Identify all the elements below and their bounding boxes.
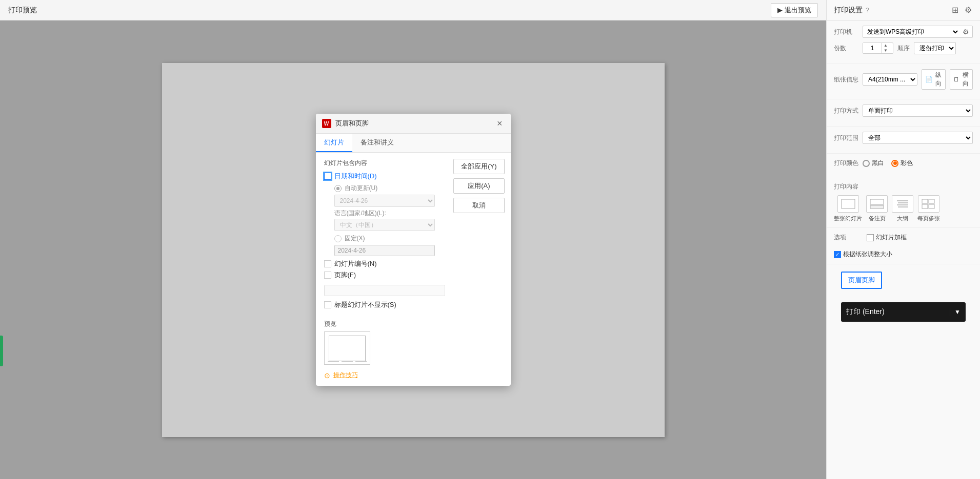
grid-view-icon[interactable]: ⊞ <box>951 4 959 16</box>
copies-up-arrow[interactable]: ▲ <box>882 43 889 48</box>
help-icon[interactable]: ? <box>866 7 869 14</box>
dialog-preview-section: 预览 <box>316 318 511 369</box>
slide-number-label: 幻灯片编号(N) <box>334 259 377 268</box>
printer-section: 打印机 发送到WPS高级打印 ⚙ 份数 ▲ ▼ 顺序 逐份打印 <box>827 20 980 64</box>
paper-select[interactable]: A4(210mm ... <box>863 73 917 86</box>
print-method-select[interactable]: 单面打印 <box>863 105 973 117</box>
paper-label: 纸张信息 <box>834 75 858 84</box>
date-select[interactable]: 2024-4-26 <box>334 195 435 207</box>
print-button-section: 打印 (Enter) ▼ <box>827 296 980 330</box>
options-label: 选项 <box>834 233 858 242</box>
dialog-title-bar: W 页眉和页脚 × <box>316 114 511 134</box>
bw-option[interactable]: 黑白 <box>863 159 884 168</box>
tab-notes[interactable]: 备注和讲义 <box>352 134 402 152</box>
settings-icon[interactable]: ⚙ <box>964 4 973 16</box>
preview-label: 预览 <box>324 320 370 328</box>
full-slide-item[interactable]: 整张幻灯片 <box>834 195 862 222</box>
copies-down-arrow[interactable]: ▼ <box>882 48 889 53</box>
footer-checkbox[interactable] <box>324 272 331 279</box>
apply-button[interactable]: 应用(A) <box>453 178 504 194</box>
auto-update-row: 自动更新(U) <box>334 184 446 193</box>
print-range-section: 打印范围 全部 <box>827 127 980 154</box>
preview-line-right <box>355 361 367 362</box>
tab-slide[interactable]: 幻灯片 <box>316 134 352 152</box>
portrait-icon: 📄 <box>925 76 933 83</box>
adjust-size-checkbox[interactable]: ✓ <box>834 251 841 258</box>
portrait-button[interactable]: 📄 纵向 <box>922 69 946 90</box>
printer-gear-icon[interactable]: ⚙ <box>959 26 972 37</box>
fixed-radio[interactable] <box>334 235 342 242</box>
printer-select[interactable]: 发送到WPS高级打印 <box>863 26 959 37</box>
color-option[interactable]: 彩色 <box>891 159 913 168</box>
svg-rect-0 <box>842 199 855 209</box>
order-label: 顺序 <box>897 44 910 53</box>
svg-rect-2 <box>870 205 884 209</box>
auto-update-radio[interactable] <box>334 185 342 192</box>
adjust-size-option[interactable]: ✓ 根据纸张调整大小 <box>834 250 892 259</box>
header-footer-section: 页眉页脚 <box>827 264 980 296</box>
datetime-checkbox[interactable] <box>324 173 331 180</box>
slide-number-row: 幻灯片编号(N) <box>324 259 446 268</box>
slide-frame-option[interactable]: 幻灯片加框 <box>867 233 907 242</box>
printer-label: 打印机 <box>834 28 858 36</box>
dialog-tip: ⊙ 操作技巧 <box>316 369 511 386</box>
footer-input[interactable] <box>324 285 446 296</box>
multi-page-item[interactable]: 每页多张 <box>917 195 940 222</box>
fixed-date-input[interactable] <box>334 245 435 256</box>
preview-line-left <box>328 361 339 362</box>
datetime-checkbox-row: 日期和时间(D) <box>324 172 446 181</box>
print-dropdown-arrow[interactable]: ▼ <box>950 308 961 316</box>
svg-rect-8 <box>929 199 934 203</box>
cancel-button[interactable]: 取消 <box>453 198 504 213</box>
language-select[interactable]: 中文（中国） <box>334 219 435 231</box>
print-button[interactable]: 打印 (Enter) ▼ <box>841 302 966 322</box>
print-range-label: 打印范围 <box>834 134 858 142</box>
exit-preview-button[interactable]: ▶ 退出预览 <box>771 3 818 17</box>
language-select-row: 中文（中国） <box>334 219 446 231</box>
title-slide-checkbox[interactable] <box>324 301 331 308</box>
svg-rect-10 <box>929 204 934 209</box>
outline-label: 大纲 <box>897 215 908 222</box>
tip-icon: ⊙ <box>324 371 330 380</box>
footer-input-row <box>324 283 446 296</box>
landscape-label: 横向 <box>962 71 969 88</box>
outline-item[interactable]: 大纲 <box>892 195 913 222</box>
panel-header: 打印设置 ? ⊞ ⚙ <box>827 0 980 20</box>
print-method-label: 打印方式 <box>834 107 858 115</box>
notes-item[interactable]: 备注页 <box>866 195 888 222</box>
datetime-label: 日期和时间(D) <box>334 172 377 181</box>
dialog-overlay: W 页眉和页脚 × 幻灯片 备注和讲义 <box>0 20 826 479</box>
dialog-action-buttons: 全部应用(Y) 应用(A) 取消 <box>453 153 510 318</box>
fixed-input-row <box>334 245 446 256</box>
fixed-label: 固定(X) <box>345 234 365 243</box>
print-range-select[interactable]: 全部 <box>863 132 973 144</box>
landscape-button[interactable]: 🗒 横向 <box>950 69 973 90</box>
title-slide-row: 标题幻灯片不显示(S) <box>324 300 446 309</box>
print-color-label: 打印颜色 <box>834 159 858 168</box>
multi-label: 每页多张 <box>917 215 940 222</box>
header-footer-button[interactable]: 页眉页脚 <box>841 272 882 289</box>
copies-input[interactable] <box>863 43 882 53</box>
date-select-row: 2024-4-26 <box>334 195 446 207</box>
copies-label: 份数 <box>834 44 858 53</box>
apply-all-button[interactable]: 全部应用(Y) <box>453 159 504 174</box>
options-section: 选项 幻灯片加框 ✓ 根据纸张调整大小 <box>827 228 980 264</box>
slide-frame-checkbox[interactable] <box>867 234 874 241</box>
dialog-title: 页眉和页脚 <box>335 119 369 128</box>
portrait-label: 纵向 <box>935 71 942 88</box>
order-select[interactable]: 逐份打印 <box>914 42 956 54</box>
slide-number-checkbox[interactable] <box>324 260 331 267</box>
paper-section: 纸张信息 A4(210mm ... 📄 纵向 🗒 横向 <box>827 64 980 99</box>
tip-link[interactable]: 操作技巧 <box>333 371 358 380</box>
right-panel: 打印设置 ? ⊞ ⚙ 打印机 发送到WPS高级打印 ⚙ 份数 ▲ <box>826 0 980 479</box>
color-label: 彩色 <box>901 159 913 168</box>
svg-rect-9 <box>922 204 928 209</box>
slide-frame-label: 幻灯片加框 <box>876 233 907 242</box>
panel-title: 打印设置 <box>834 6 863 15</box>
svg-rect-7 <box>922 199 928 203</box>
dialog-tabs: 幻灯片 备注和讲义 <box>316 134 511 153</box>
print-btn-label: 打印 (Enter) <box>846 307 885 317</box>
landscape-icon: 🗒 <box>953 76 959 83</box>
dialog-close-button[interactable]: × <box>495 118 505 129</box>
adjust-size-label: 根据纸张调整大小 <box>843 250 892 259</box>
